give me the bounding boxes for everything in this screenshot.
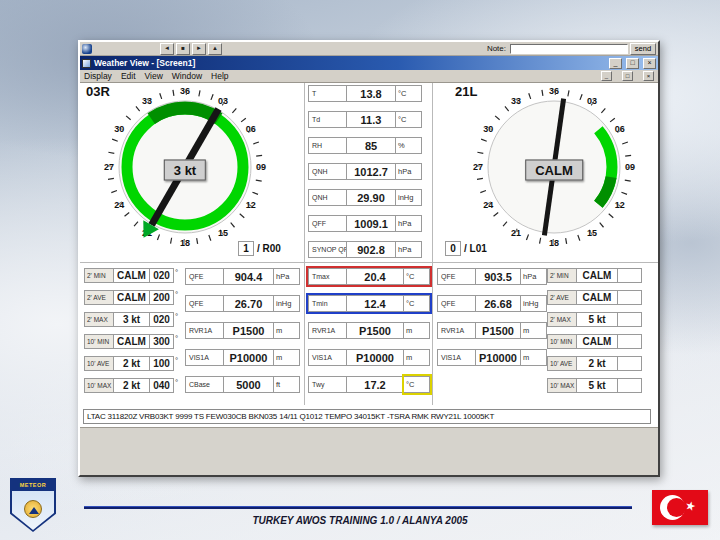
menu-view[interactable]: View [145, 71, 163, 81]
readout-row: T 13.8 °C [308, 85, 422, 102]
compass-label: 06 [246, 124, 256, 134]
weather-view-window: ◄ ■ ► ▲ Note: send Weather View - [Scree… [78, 40, 660, 477]
selector-right-value[interactable]: 0 [445, 241, 461, 256]
readout-label: QNH [308, 189, 346, 206]
readout-value: 11.3 [346, 111, 396, 128]
readout-row: Tmin 12.4 °C [308, 295, 430, 312]
readout-label: QNH [308, 163, 346, 180]
readout-row: RVR1A P1500 m [437, 322, 547, 339]
left-readouts: QFE 904.4 hPa QFE 26.70 inHg RVR1A P1500… [185, 268, 300, 403]
wind-stat-label: 10' AVE [547, 356, 577, 371]
wind-stat-speed: CALM [114, 290, 150, 305]
wind-stat-label: 2' AVE [84, 290, 114, 305]
readout-row: QNH 1012.7 hPa [308, 163, 422, 180]
toolbar-button-2[interactable]: ■ [176, 43, 190, 55]
toolbar-button-3[interactable]: ► [192, 43, 206, 55]
compass-label: 06 [615, 124, 625, 134]
readout-unit: m [521, 322, 547, 339]
mdi-restore-button[interactable]: □ [622, 71, 633, 81]
compass-label: 30 [483, 124, 493, 134]
readout-row: Td 11.3 °C [308, 111, 422, 128]
wind-stat-unit [642, 356, 651, 371]
readout-label: RVR1A [308, 322, 346, 339]
menu-help[interactable]: Help [211, 71, 228, 81]
readout-row: QFE 904.4 hPa [185, 268, 300, 285]
selector-left-value[interactable]: 1 [238, 241, 254, 256]
readout-label: RVR1A [437, 322, 475, 339]
wind-stat-direction: 020 [150, 268, 174, 283]
wind-stat-speed: 2 kt [114, 356, 150, 371]
wind-stat-label: 10' MAX [84, 378, 114, 393]
menu-window[interactable]: Window [172, 71, 202, 81]
selector-right-label: / L01 [464, 243, 487, 254]
wind-stat-unit: ° [174, 356, 183, 371]
wind-stat-label: 2' MIN [84, 268, 114, 283]
readout-value: P1500 [223, 322, 274, 339]
wind-stat-row: 10' MIN CALM [547, 334, 651, 349]
minimize-button[interactable]: _ [609, 58, 622, 69]
wind-stat-direction [618, 378, 642, 393]
readout-unit: % [396, 137, 422, 154]
readout-value: 29.90 [346, 189, 396, 206]
wind-stat-row: 2' AVE CALM 200 ° [84, 290, 183, 305]
wind-stat-row: 10' MAX 2 kt 040 ° [84, 378, 183, 393]
readout-label: Tmax [308, 268, 346, 285]
compass-label: 24 [114, 200, 124, 210]
readout-label: RH [308, 137, 346, 154]
readout-unit: hPa [396, 241, 422, 258]
wind-stat-row: 10' AVE 2 kt 100 ° [84, 356, 183, 371]
mdi-close-button[interactable]: × [643, 71, 654, 81]
wind-stat-label: 10' MIN [547, 334, 577, 349]
note-input[interactable] [510, 44, 628, 54]
menu-display[interactable]: Display [84, 71, 112, 81]
wind-stat-speed: 2 kt [114, 378, 150, 393]
readout-label: QFE [185, 268, 223, 285]
wind-stat-direction: 300 [150, 334, 174, 349]
readout-unit: hPa [396, 215, 422, 232]
restore-button[interactable]: □ [626, 58, 639, 69]
divider [432, 83, 433, 405]
compass-label: 15 [218, 228, 228, 238]
menu-edit[interactable]: Edit [121, 71, 136, 81]
readout-row: Tmax 20.4 °C [308, 268, 430, 285]
mdi-minimize-button[interactable]: _ [601, 71, 612, 81]
readout-unit: inHg [396, 189, 422, 206]
readout-value: 904.4 [223, 268, 274, 285]
readout-value: P10000 [475, 349, 521, 366]
divider [304, 83, 305, 405]
compass-label: 15 [587, 228, 597, 238]
toolbar-button-1[interactable]: ◄ [160, 43, 174, 55]
metar-field: LTAC 311820Z VRB03KT 9999 TS FEW030CB BK… [83, 409, 651, 424]
wind-stat-row: 10' MIN CALM 300 ° [84, 334, 183, 349]
readout-unit: °C [404, 268, 430, 285]
compass-label: 36 [180, 86, 190, 96]
close-button[interactable]: × [643, 58, 656, 69]
readout-value: P10000 [346, 349, 404, 366]
readout-label: CBase [185, 376, 223, 393]
readout-row: RVR1A P1500 m [185, 322, 300, 339]
readout-row: QFE 26.70 inHg [185, 295, 300, 312]
readout-row: SYNOP QFE 902.8 hPa [308, 241, 422, 258]
selector-right[interactable]: 0 / L01 [445, 241, 487, 256]
selector-left[interactable]: 1 / R00 [238, 241, 281, 256]
readout-unit: hPa [521, 268, 547, 285]
readout-row: QFE 903.5 hPa [437, 268, 547, 285]
readout-label: VIS1A [437, 349, 475, 366]
readout-row: VIS1A P10000 m [308, 349, 430, 366]
readout-label: RVR1A [185, 322, 223, 339]
readout-value: 20.4 [346, 268, 404, 285]
readout-unit: hPa [274, 268, 300, 285]
toolbar-button-4[interactable]: ▲ [208, 43, 222, 55]
readout-row: RH 85 % [308, 137, 422, 154]
send-button[interactable]: send [630, 43, 656, 55]
compass-label: 36 [549, 86, 559, 96]
wind-stat-direction [618, 356, 642, 371]
readout-unit: m [404, 349, 430, 366]
wind-stat-direction: 020 [150, 312, 174, 327]
titlebar[interactable]: Weather View - [Screen1] _ □ × [80, 56, 658, 70]
readout-unit: ft [274, 376, 300, 393]
wind-stat-row: 2' AVE CALM [547, 290, 651, 305]
readout-row: CBase 5000 ft [185, 376, 300, 393]
compass-label: 09 [256, 162, 266, 172]
readout-value: 902.8 [346, 241, 396, 258]
